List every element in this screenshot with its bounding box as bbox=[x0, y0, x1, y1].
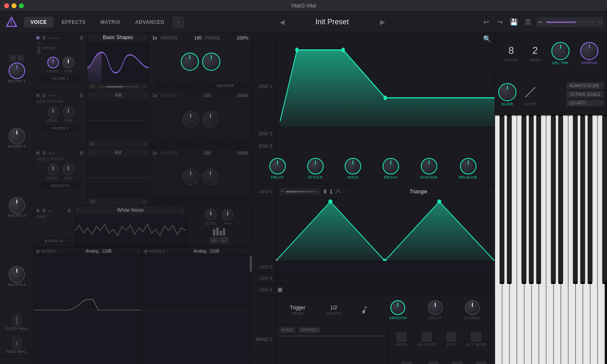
osc-2-filter-right[interactable]: › bbox=[81, 126, 82, 130]
rand-slide-slot[interactable] bbox=[429, 362, 439, 364]
preset-next-button[interactable]: ▶ bbox=[377, 16, 388, 28]
filter-2-type-right[interactable]: › bbox=[245, 249, 247, 253]
menu-button[interactable]: ☰ bbox=[522, 16, 534, 28]
snip-wave-right[interactable]: › bbox=[182, 207, 183, 213]
env-sustain-knob[interactable] bbox=[421, 158, 437, 174]
osc-3-edit-btn[interactable]: ✏ bbox=[143, 199, 146, 204]
lfo-delay-knob[interactable] bbox=[428, 300, 443, 315]
lfo-edit-btn[interactable]: ✏ bbox=[279, 188, 320, 195]
env-attack-knob[interactable] bbox=[307, 158, 324, 174]
spread-knob[interactable] bbox=[580, 42, 598, 60]
save-button[interactable]: 💾 bbox=[508, 16, 520, 28]
filter-2-toggle[interactable] bbox=[144, 250, 147, 253]
nav-left-arrow[interactable]: ‹ bbox=[173, 16, 184, 28]
close-button[interactable] bbox=[4, 3, 9, 8]
osc-1-wave-right-arrow[interactable]: › bbox=[145, 35, 146, 40]
lfo-2-mini[interactable] bbox=[276, 261, 495, 272]
glide-knob[interactable] bbox=[498, 83, 516, 101]
osc-1-pan-knob[interactable] bbox=[63, 57, 74, 68]
osc-2-wave-display[interactable] bbox=[87, 100, 149, 141]
osc-2-wave-right[interactable]: › bbox=[145, 92, 146, 98]
legato-btn[interactable]: LEGATO bbox=[566, 100, 604, 107]
snip-level-knob[interactable] bbox=[205, 209, 217, 220]
osc-1-squeeze-right[interactable]: › bbox=[197, 83, 198, 88]
rand-pressure-slot[interactable] bbox=[402, 362, 412, 364]
tab-matrix[interactable]: MATRIX bbox=[94, 17, 127, 28]
rand-octnote-slot[interactable] bbox=[471, 332, 481, 342]
osc-1-filter-right-arrow[interactable]: › bbox=[81, 77, 82, 81]
filter-2-graph[interactable] bbox=[142, 255, 249, 364]
osc-2-pan-knob[interactable] bbox=[63, 106, 74, 118]
osc-1-edit-btn[interactable]: ✏ bbox=[143, 84, 146, 89]
snip-filter-right[interactable]: › bbox=[68, 239, 70, 243]
env-2-graph[interactable] bbox=[276, 128, 495, 140]
osc-3-unison-knob[interactable] bbox=[182, 169, 199, 185]
osc-2-edit-btn[interactable]: ✏ bbox=[143, 142, 146, 146]
lfo-1-graph[interactable] bbox=[276, 198, 495, 261]
macro-1-icon-b[interactable]: | bbox=[17, 55, 24, 62]
lfo-4-mini[interactable] bbox=[276, 284, 495, 295]
rand-rand-slot[interactable] bbox=[476, 362, 486, 364]
snip-shuffle-btn[interactable]: ⇄ bbox=[210, 237, 218, 243]
osc-3-wave-display[interactable] bbox=[87, 157, 149, 198]
osc-1-active-btn[interactable] bbox=[36, 36, 40, 39]
osc-scrollbar[interactable] bbox=[249, 247, 252, 364]
osc-1-unison-knob[interactable] bbox=[181, 53, 199, 71]
octave-scale-btn[interactable]: OCTAVE SCALE bbox=[566, 91, 604, 98]
env-1-graph[interactable] bbox=[276, 45, 495, 128]
preset-prev-button[interactable]: ◀ bbox=[276, 16, 288, 28]
lfo-smooth-knob[interactable] bbox=[390, 300, 405, 315]
lfo-type-right-arrow[interactable]: › bbox=[490, 189, 491, 194]
rand-1-sync-btn[interactable]: SYNC bbox=[279, 327, 295, 333]
osc-1-phase-knob[interactable] bbox=[202, 53, 220, 71]
tab-voice[interactable]: VOICE bbox=[24, 17, 54, 28]
always-glide-btn[interactable]: ALWAYS GLIDE bbox=[566, 82, 604, 89]
maximize-button[interactable] bbox=[19, 3, 24, 8]
env-search-icon[interactable]: 🔍 bbox=[483, 35, 491, 43]
piano-keys[interactable] bbox=[495, 115, 607, 364]
osc-1-wave-display[interactable] bbox=[87, 42, 149, 83]
rand-lift-slot[interactable] bbox=[446, 332, 456, 342]
snip-pan-knob[interactable] bbox=[222, 209, 233, 220]
osc-3-pan-knob[interactable] bbox=[63, 164, 74, 175]
env-3-graph[interactable] bbox=[276, 140, 495, 152]
filter-1-graph[interactable] bbox=[34, 255, 141, 364]
volume-slider[interactable] bbox=[546, 21, 595, 23]
filter-1-toggle[interactable] bbox=[36, 250, 40, 253]
osc-3-active-btn[interactable] bbox=[36, 151, 40, 155]
env-decay-knob[interactable] bbox=[383, 158, 399, 174]
tab-advanced[interactable]: ADVANCED bbox=[128, 17, 171, 28]
minimize-button[interactable] bbox=[12, 3, 16, 8]
macro-4-knob[interactable] bbox=[9, 266, 25, 283]
osc-3-wave-right[interactable]: › bbox=[145, 150, 146, 155]
macro-1-knob[interactable] bbox=[9, 63, 25, 79]
osc-2-unison-knob[interactable] bbox=[182, 111, 199, 128]
osc-3-level-knob[interactable] bbox=[47, 164, 59, 175]
lfo-type-left-arrow[interactable]: ‹ bbox=[346, 189, 347, 194]
osc-2-level-knob[interactable] bbox=[47, 106, 59, 118]
env-hold-knob[interactable] bbox=[345, 158, 361, 174]
rand-velocity-slot[interactable] bbox=[422, 332, 432, 342]
vel-trk-knob[interactable] bbox=[551, 42, 570, 60]
lfo-stereo-knob[interactable] bbox=[465, 300, 480, 315]
macro-3-knob[interactable] bbox=[9, 197, 25, 213]
filter-1-type-right[interactable]: › bbox=[138, 249, 139, 253]
macro-2-knob[interactable] bbox=[9, 128, 25, 144]
env-delay-knob[interactable] bbox=[269, 158, 286, 174]
rand-stereo-slot[interactable] bbox=[452, 362, 462, 364]
tab-effects[interactable]: EFFECTS bbox=[55, 17, 92, 28]
osc-3-filter-right[interactable]: › bbox=[81, 183, 82, 188]
snip-loop-btn[interactable]: ↩ bbox=[220, 237, 228, 243]
lfo-3-mini[interactable] bbox=[276, 272, 495, 284]
snip-wave-display[interactable] bbox=[75, 215, 186, 246]
osc-3-phase-knob[interactable] bbox=[202, 169, 219, 185]
snip-active-btn[interactable] bbox=[36, 209, 40, 212]
osc-1-squeeze-right2[interactable]: › bbox=[247, 83, 248, 88]
osc-2-active-btn[interactable] bbox=[36, 94, 40, 97]
osc-1-level-knob[interactable] bbox=[47, 57, 59, 68]
macro-1-icon-a[interactable]: / bbox=[9, 55, 16, 62]
rand-note-slot[interactable] bbox=[397, 332, 406, 342]
rand-1-stereo-btn[interactable]: STEREO bbox=[299, 327, 320, 333]
env-release-knob[interactable] bbox=[460, 158, 476, 174]
redo-button[interactable]: ↪ bbox=[494, 16, 506, 28]
